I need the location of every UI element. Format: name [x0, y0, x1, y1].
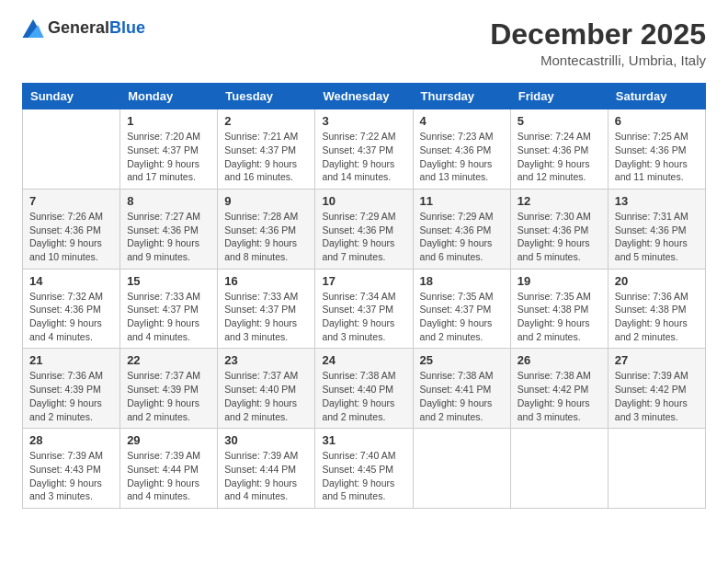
day-info: Sunrise: 7:39 AM Sunset: 4:43 PM Dayligh… [29, 449, 113, 503]
calendar-cell: 26Sunrise: 7:38 AM Sunset: 4:42 PM Dayli… [510, 349, 608, 429]
day-info: Sunrise: 7:38 AM Sunset: 4:41 PM Dayligh… [420, 369, 504, 423]
day-info: Sunrise: 7:32 AM Sunset: 4:36 PM Dayligh… [29, 290, 113, 344]
location: Montecastrilli, Umbria, Italy [490, 52, 706, 68]
day-number: 9 [224, 194, 308, 208]
day-number: 17 [322, 274, 405, 288]
calendar-table: SundayMondayTuesdayWednesdayThursdayFrid… [22, 83, 706, 509]
day-info: Sunrise: 7:30 AM Sunset: 4:36 PM Dayligh… [518, 210, 601, 264]
day-number: 28 [29, 433, 113, 447]
day-info: Sunrise: 7:33 AM Sunset: 4:37 PM Dayligh… [224, 290, 308, 344]
calendar-cell: 31Sunrise: 7:40 AM Sunset: 4:45 PM Dayli… [315, 429, 413, 509]
day-info: Sunrise: 7:39 AM Sunset: 4:44 PM Dayligh… [224, 449, 308, 503]
calendar-cell: 12Sunrise: 7:30 AM Sunset: 4:36 PM Dayli… [510, 189, 608, 269]
day-number: 31 [322, 433, 405, 447]
day-info: Sunrise: 7:36 AM Sunset: 4:39 PM Dayligh… [29, 369, 113, 423]
weekday-header: Friday [510, 84, 608, 109]
calendar-cell: 2Sunrise: 7:21 AM Sunset: 4:37 PM Daylig… [218, 109, 315, 190]
day-info: Sunrise: 7:28 AM Sunset: 4:36 PM Dayligh… [224, 210, 308, 264]
calendar-cell: 8Sunrise: 7:27 AM Sunset: 4:36 PM Daylig… [120, 189, 218, 269]
day-number: 5 [518, 114, 601, 128]
day-number: 12 [518, 194, 601, 208]
day-info: Sunrise: 7:26 AM Sunset: 4:36 PM Dayligh… [29, 210, 113, 264]
month-title: December 2025 [490, 18, 706, 51]
day-number: 8 [127, 194, 210, 208]
day-info: Sunrise: 7:23 AM Sunset: 4:36 PM Dayligh… [420, 130, 504, 184]
calendar-cell: 30Sunrise: 7:39 AM Sunset: 4:44 PM Dayli… [218, 429, 315, 509]
calendar-cell: 19Sunrise: 7:35 AM Sunset: 4:38 PM Dayli… [510, 269, 608, 349]
day-number: 1 [127, 114, 210, 128]
day-info: Sunrise: 7:37 AM Sunset: 4:39 PM Dayligh… [127, 369, 210, 423]
day-number: 2 [224, 114, 308, 128]
calendar-week-row: 28Sunrise: 7:39 AM Sunset: 4:43 PM Dayli… [23, 429, 706, 509]
logo-icon [22, 19, 44, 38]
day-number: 6 [615, 114, 699, 128]
day-info: Sunrise: 7:29 AM Sunset: 4:36 PM Dayligh… [322, 210, 405, 264]
calendar-cell: 7Sunrise: 7:26 AM Sunset: 4:36 PM Daylig… [23, 189, 120, 269]
day-number: 24 [322, 353, 405, 367]
calendar-cell: 21Sunrise: 7:36 AM Sunset: 4:39 PM Dayli… [23, 349, 120, 429]
day-number: 29 [127, 433, 210, 447]
calendar-cell: 15Sunrise: 7:33 AM Sunset: 4:37 PM Dayli… [120, 269, 218, 349]
weekday-header: Wednesday [315, 84, 413, 109]
day-number: 26 [518, 353, 601, 367]
day-info: Sunrise: 7:38 AM Sunset: 4:42 PM Dayligh… [518, 369, 601, 423]
logo: GeneralBlue [22, 18, 145, 38]
calendar-cell: 5Sunrise: 7:24 AM Sunset: 4:36 PM Daylig… [510, 109, 608, 190]
day-info: Sunrise: 7:35 AM Sunset: 4:37 PM Dayligh… [420, 290, 504, 344]
calendar-cell: 14Sunrise: 7:32 AM Sunset: 4:36 PM Dayli… [23, 269, 120, 349]
day-info: Sunrise: 7:33 AM Sunset: 4:37 PM Dayligh… [127, 290, 210, 344]
day-info: Sunrise: 7:40 AM Sunset: 4:45 PM Dayligh… [322, 449, 405, 503]
day-info: Sunrise: 7:36 AM Sunset: 4:38 PM Dayligh… [615, 290, 699, 344]
calendar-cell: 6Sunrise: 7:25 AM Sunset: 4:36 PM Daylig… [608, 109, 705, 190]
calendar-cell: 27Sunrise: 7:39 AM Sunset: 4:42 PM Dayli… [608, 349, 705, 429]
day-number: 27 [615, 353, 699, 367]
calendar-cell: 11Sunrise: 7:29 AM Sunset: 4:36 PM Dayli… [413, 189, 510, 269]
calendar-cell: 23Sunrise: 7:37 AM Sunset: 4:40 PM Dayli… [218, 349, 315, 429]
day-number: 22 [127, 353, 210, 367]
calendar-cell: 17Sunrise: 7:34 AM Sunset: 4:37 PM Dayli… [315, 269, 413, 349]
day-number: 4 [420, 114, 504, 128]
logo-blue: Blue [109, 18, 145, 37]
day-info: Sunrise: 7:27 AM Sunset: 4:36 PM Dayligh… [127, 210, 210, 264]
day-info: Sunrise: 7:39 AM Sunset: 4:42 PM Dayligh… [615, 369, 699, 423]
day-number: 11 [420, 194, 504, 208]
calendar-cell: 22Sunrise: 7:37 AM Sunset: 4:39 PM Dayli… [120, 349, 218, 429]
day-info: Sunrise: 7:39 AM Sunset: 4:44 PM Dayligh… [127, 449, 210, 503]
day-info: Sunrise: 7:29 AM Sunset: 4:36 PM Dayligh… [420, 210, 504, 264]
calendar-cell: 25Sunrise: 7:38 AM Sunset: 4:41 PM Dayli… [413, 349, 510, 429]
calendar-cell [23, 109, 120, 190]
day-info: Sunrise: 7:21 AM Sunset: 4:37 PM Dayligh… [224, 130, 308, 184]
weekday-header: Saturday [608, 84, 705, 109]
day-info: Sunrise: 7:22 AM Sunset: 4:37 PM Dayligh… [322, 130, 405, 184]
calendar-cell [413, 429, 510, 509]
day-number: 20 [615, 274, 699, 288]
calendar-cell: 20Sunrise: 7:36 AM Sunset: 4:38 PM Dayli… [608, 269, 705, 349]
day-number: 25 [420, 353, 504, 367]
calendar-week-row: 21Sunrise: 7:36 AM Sunset: 4:39 PM Dayli… [23, 349, 706, 429]
day-info: Sunrise: 7:37 AM Sunset: 4:40 PM Dayligh… [224, 369, 308, 423]
weekday-header: Monday [120, 84, 218, 109]
day-info: Sunrise: 7:31 AM Sunset: 4:36 PM Dayligh… [615, 210, 699, 264]
weekday-header: Thursday [413, 84, 510, 109]
day-info: Sunrise: 7:24 AM Sunset: 4:36 PM Dayligh… [518, 130, 601, 184]
calendar-week-row: 1Sunrise: 7:20 AM Sunset: 4:37 PM Daylig… [23, 109, 706, 190]
calendar-week-row: 14Sunrise: 7:32 AM Sunset: 4:36 PM Dayli… [23, 269, 706, 349]
calendar-cell: 4Sunrise: 7:23 AM Sunset: 4:36 PM Daylig… [413, 109, 510, 190]
calendar-cell: 3Sunrise: 7:22 AM Sunset: 4:37 PM Daylig… [315, 109, 413, 190]
calendar-cell: 16Sunrise: 7:33 AM Sunset: 4:37 PM Dayli… [218, 269, 315, 349]
day-number: 14 [29, 274, 113, 288]
day-number: 7 [29, 194, 113, 208]
day-number: 18 [420, 274, 504, 288]
calendar-cell: 9Sunrise: 7:28 AM Sunset: 4:36 PM Daylig… [218, 189, 315, 269]
logo-general: General [48, 18, 109, 37]
calendar-cell: 24Sunrise: 7:38 AM Sunset: 4:40 PM Dayli… [315, 349, 413, 429]
page-header: GeneralBlue December 2025 Montecastrilli… [22, 18, 706, 68]
calendar-cell [510, 429, 608, 509]
weekday-header: Tuesday [218, 84, 315, 109]
day-number: 30 [224, 433, 308, 447]
day-info: Sunrise: 7:38 AM Sunset: 4:40 PM Dayligh… [322, 369, 405, 423]
calendar-header-row: SundayMondayTuesdayWednesdayThursdayFrid… [23, 84, 706, 109]
day-number: 23 [224, 353, 308, 367]
calendar-cell: 18Sunrise: 7:35 AM Sunset: 4:37 PM Dayli… [413, 269, 510, 349]
calendar-cell: 10Sunrise: 7:29 AM Sunset: 4:36 PM Dayli… [315, 189, 413, 269]
